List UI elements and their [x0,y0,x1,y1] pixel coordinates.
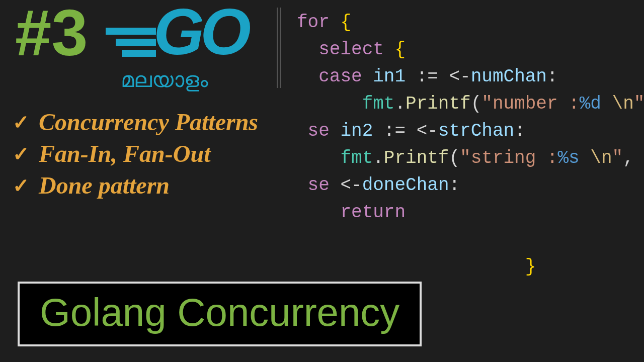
code-snippet: for { select { case in1 := <-numChan: fm… [297,9,644,281]
title-box: Golang Concurrency [18,282,422,346]
go-logo-text: GO [153,0,247,69]
bullet-text: Done pattern [39,171,170,199]
bullet-item: ✓ Fan-In, Fan-Out [13,140,258,167]
check-icon: ✓ [13,111,30,134]
bullet-item: ✓ Done pattern [13,171,258,199]
episode-number: #3 [15,0,88,70]
go-speed-lines-icon [106,28,156,61]
check-icon: ✓ [13,174,30,197]
bullet-item: ✓ Concurrency Patterns [13,108,258,136]
bullet-text: Concurrency Patterns [39,108,258,136]
main-title: Golang Concurrency [40,290,399,335]
check-icon: ✓ [13,142,30,165]
bullet-text: Fan-In, Fan-Out [39,140,210,167]
subtitle-malayalam: മലയാളം [121,68,208,92]
bullet-list: ✓ Concurrency Patterns ✓ Fan-In, Fan-Out… [13,108,258,203]
vertical-divider [277,8,281,88]
